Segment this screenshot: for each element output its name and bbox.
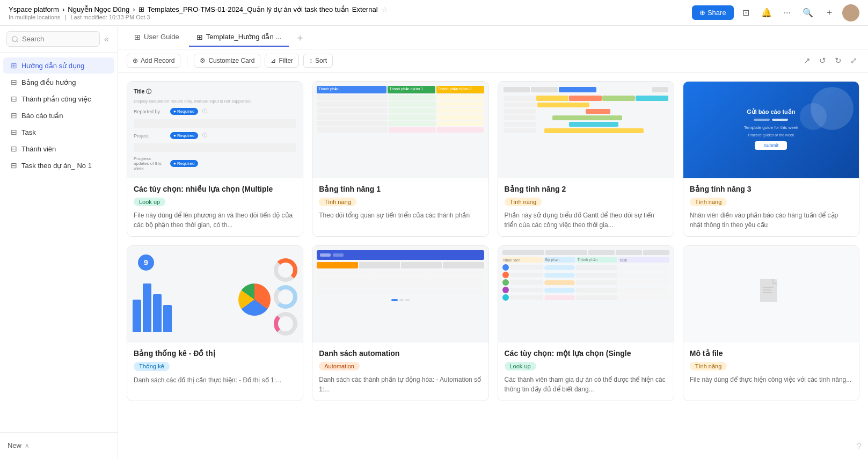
- mr4-dept: [544, 288, 575, 293]
- page-title[interactable]: Templates_PRO-TMS-01-2024_Quản lý dự án …: [148, 5, 349, 13]
- collapse-sidebar-button[interactable]: «: [102, 32, 111, 46]
- mh4: Task: [618, 257, 669, 263]
- sidebar-item-thanh-vien[interactable]: ⊟ Thành viên: [3, 141, 114, 157]
- gr-bar2: [586, 109, 610, 114]
- expand-icon[interactable]: ⤢: [848, 54, 859, 68]
- sort-button[interactable]: ↕ Sort: [303, 54, 333, 68]
- card-2[interactable]: Thành phần Thành phần dự án 1 Thành phần…: [312, 81, 488, 237]
- sidebar-footer: New ∧: [0, 432, 118, 458]
- cell-15: [437, 121, 484, 126]
- gt1: [504, 87, 530, 92]
- cell-2: [389, 95, 436, 100]
- blue-dots: [744, 119, 798, 121]
- card-3[interactable]: Bảng tính năng 2 Tính năng Phần này sử d…: [498, 81, 674, 237]
- auto-rows: [317, 271, 484, 295]
- card-5[interactable]: 9: [127, 245, 303, 401]
- auto-tab1: [317, 262, 358, 268]
- gr-bar3: [552, 115, 622, 120]
- card-1-body: Các tùy chọn: nhiều lựa chọn (Multiple L…: [127, 178, 303, 236]
- mr2-comp: [576, 273, 617, 278]
- gr-label4: [504, 122, 536, 127]
- m-name4: [510, 288, 543, 292]
- undo-icon[interactable]: ↺: [817, 54, 828, 68]
- card-7[interactable]: Nhân viên Bộ phận Thành phần Task: [498, 245, 674, 401]
- card-6-desc: Danh sách các thành phần tự động hóa: - …: [319, 375, 482, 394]
- card-4-desc: Nhân viên điền vào phần báo cáo hàng tuầ…: [690, 210, 852, 230]
- card-2-preview: Thành phần Thành phần dự án 1 Thành phần…: [312, 82, 488, 178]
- nav-label-huong-dan: Hướng dẫn sử dụng: [21, 62, 84, 70]
- notification-icon-btn[interactable]: 🔔: [758, 5, 775, 20]
- card-8-desc: File này dùng để thực hiện công việc với…: [690, 375, 852, 384]
- ar7: [317, 283, 371, 288]
- breadcrumb-yspace[interactable]: Yspace platform: [9, 5, 59, 13]
- gantt-toolbar: [504, 87, 668, 92]
- star-icon[interactable]: ☆: [381, 5, 388, 14]
- search-icon-btn[interactable]: 🔍: [799, 5, 816, 20]
- sidebar-item-bao-cao[interactable]: ⊟ Báo cáo tuần: [3, 107, 114, 123]
- share-toolbar-icon[interactable]: ↗: [801, 54, 813, 68]
- form-input-2: [134, 143, 296, 152]
- page-icon: ⊞: [138, 5, 144, 13]
- breadcrumb-user[interactable]: Nguyễn Ngọc Dũng: [68, 5, 129, 13]
- gantt-header: [504, 96, 668, 101]
- form-row-1: Reported by ● Required ⓘ: [134, 108, 296, 115]
- cell-5: [389, 101, 436, 107]
- template-icon-btn[interactable]: ⊡: [739, 5, 753, 20]
- card-1-title: Các tùy chọn: nhiều lựa chọn (Multiple: [134, 185, 296, 193]
- form-preview: Title ⓘ Display calculation results only…: [127, 82, 303, 178]
- mr2-dept: [544, 273, 575, 278]
- form-title: Title ⓘ: [134, 88, 296, 96]
- customize-card-button[interactable]: ⚙ Customize Card: [194, 54, 260, 68]
- sidebar-item-task-theo-du-an[interactable]: ⊟ Task theo dự án_ No 1: [3, 157, 114, 173]
- search-input[interactable]: [6, 31, 100, 47]
- grid-icon: ⊞: [11, 61, 17, 70]
- card-8[interactable]: Mô tả file Tính năng File này dùng để th…: [683, 245, 859, 401]
- empty-content: [757, 278, 784, 310]
- add-record-button[interactable]: ⊕ Add Record: [127, 54, 180, 68]
- sidebar-item-task[interactable]: ⊟ Task: [3, 124, 114, 140]
- card-7-title: Các tùy chọn: một lựa chọn (Single: [505, 349, 667, 358]
- card-5-desc: Danh sách các đồ thị cần thực hiện: - Đồ…: [134, 375, 296, 385]
- new-button[interactable]: New ∧: [8, 438, 30, 453]
- card-4[interactable]: Gửi báo cáo tuần Template guide for this…: [683, 81, 859, 237]
- ar9: [429, 283, 484, 288]
- card-6-preview: [312, 246, 488, 343]
- tab-template[interactable]: ⊞ Template_Hướng dẫn ...: [189, 28, 289, 47]
- sidebar-item-bang-dieu-huong[interactable]: ⊟ Bảng điều hướng: [3, 74, 114, 90]
- member-row3: [502, 279, 669, 286]
- form-subtitle: Display calculation results only. Manual…: [134, 99, 296, 104]
- add-tab-button[interactable]: ＋: [291, 29, 309, 46]
- mt3: [588, 250, 615, 255]
- form-label-1: Reported by: [134, 109, 166, 114]
- sidebar-item-huong-dan[interactable]: ⊞ Hướng dẫn sử dụng: [3, 57, 114, 74]
- card-6[interactable]: Danh sách automation Automation Danh sác…: [312, 245, 488, 401]
- m-avatar5: [502, 294, 509, 301]
- add-icon-btn[interactable]: ＋: [822, 5, 837, 20]
- sidebar-item-thanh-phan[interactable]: ⊟ Thành phần công việc: [3, 91, 114, 107]
- list-icon: ⊟: [11, 78, 17, 86]
- tab-user-guide[interactable]: ⊞ User Guide: [127, 28, 187, 47]
- card-1[interactable]: Title ⓘ Display calculation results only…: [127, 81, 303, 237]
- dot2: [772, 119, 788, 121]
- share-button[interactable]: ⊕ Share: [692, 5, 734, 20]
- card-6-body: Danh sách automation Automation Danh sác…: [312, 343, 488, 401]
- table-data-row1: [317, 95, 484, 100]
- card-5-preview: 9: [127, 246, 303, 343]
- bar-chart: [133, 267, 235, 332]
- ar2: [373, 271, 428, 275]
- mr1-name: [502, 264, 543, 271]
- card-7-badge: Look up: [505, 362, 536, 370]
- avatar[interactable]: [842, 4, 859, 21]
- bar-2: [143, 283, 151, 332]
- breadcrumb-sep1: ›: [62, 5, 64, 13]
- filter-button[interactable]: ⊿ Filter: [265, 54, 299, 68]
- mr4-comp: [576, 288, 617, 293]
- redo-icon[interactable]: ↻: [833, 54, 844, 68]
- gh-m1: [536, 96, 569, 101]
- svg-rect-3: [763, 292, 772, 293]
- more-icon-btn[interactable]: ···: [781, 6, 794, 20]
- ar3: [429, 271, 484, 275]
- form-info-1: ⓘ: [202, 108, 207, 115]
- card-2-badge: Tính năng: [319, 198, 356, 206]
- meta-location: In multiple locations: [9, 14, 61, 20]
